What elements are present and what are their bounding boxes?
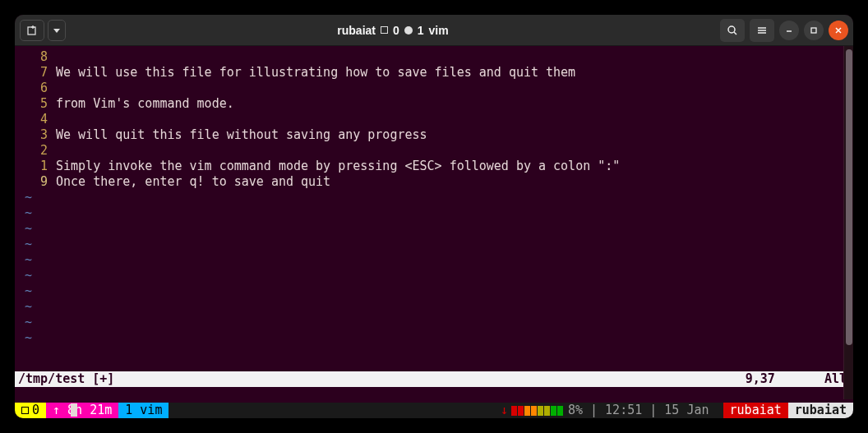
empty-line: .~ [20, 205, 848, 221]
line-text [56, 81, 848, 96]
hostname-right: rubaiat [795, 403, 847, 418]
editor-line: 6 [20, 81, 848, 96]
line-number: 1 [20, 159, 56, 174]
pane-glyph-icon [404, 26, 413, 35]
svg-rect-0 [28, 27, 35, 35]
clock-time: 12:51 [605, 403, 642, 418]
editor-line: 3We will quit this file without saving a… [20, 127, 848, 143]
line-number: 2 [20, 143, 56, 159]
tilde-icon: ~ [25, 283, 32, 298]
title-app: vim [429, 24, 449, 37]
tmux-session[interactable]: 0 [15, 403, 46, 418]
search-button[interactable] [720, 19, 745, 42]
editor-line: 8 [20, 49, 848, 65]
tilde-icon: ~ [25, 252, 32, 267]
svg-line-5 [734, 32, 736, 35]
line-number: 6 [20, 81, 56, 96]
empty-line: .~ [20, 283, 848, 299]
vim-cmdline[interactable]: :q! [15, 387, 853, 403]
line-number: 9 [20, 174, 56, 190]
tmux-session-id: 0 [32, 403, 39, 418]
menu-button[interactable] [750, 19, 774, 42]
empty-line: .~ [20, 299, 848, 315]
editor-line: 7We will use this file for illustrating … [20, 65, 848, 81]
svg-marker-3 [53, 29, 60, 33]
tilde-icon: ~ [25, 330, 32, 345]
editor-area[interactable]: 87We will use this file for illustrating… [15, 46, 853, 371]
line-text: We will use this file for illustrating h… [56, 65, 848, 81]
empty-line: .~ [20, 268, 848, 283]
line-number: 4 [20, 112, 56, 127]
svg-rect-10 [811, 28, 816, 33]
clock-date: 15 Jan [664, 403, 709, 418]
sep: | [642, 403, 664, 418]
title-user: rubaiat [337, 24, 376, 37]
status-cursor-pos: 9,37 [746, 371, 824, 387]
tmux-window[interactable]: 1 vim [118, 403, 169, 418]
empty-line: .~ [20, 330, 848, 346]
editor-line: 9Once there, enter q! to save and quit [20, 174, 848, 190]
tilde-icon: ~ [25, 268, 32, 283]
down-arrow-icon: ↓ [501, 403, 511, 418]
empty-line: .~ [20, 190, 848, 205]
line-text: Simply invoke the vim command mode by pr… [56, 159, 848, 174]
new-tab-button[interactable] [20, 20, 44, 41]
close-icon [834, 26, 843, 35]
editor-line: 5from Vim's command mode. [20, 96, 848, 112]
maximize-button[interactable] [804, 21, 824, 40]
maximize-icon [810, 26, 818, 35]
hostname-left: rubaiat [730, 403, 782, 418]
line-number: 5 [20, 96, 56, 112]
editor-line: 1Simply invoke the vim command mode by p… [20, 159, 848, 174]
box-icon [21, 407, 29, 414]
vim-statusline: /tmp/test [+] 9,37 All [15, 371, 853, 387]
empty-line: .~ [20, 252, 848, 268]
line-number: 8 [20, 49, 56, 65]
tmux-statusbar: 0 ↑ 8h 21m 1 vim ↓ 8% | 12:51 | 15 Jan r… [15, 403, 853, 418]
window-title: rubaiat 0 1 vim [66, 24, 720, 37]
scrollbar-thumb[interactable] [846, 49, 852, 345]
minimize-button[interactable] [779, 21, 799, 40]
editor-line: 2 [20, 143, 848, 159]
title-window-index: 0 [393, 24, 399, 37]
battery-icon [511, 406, 563, 416]
minimize-icon [785, 26, 793, 35]
line-text: We will quit this file without saving an… [56, 127, 848, 143]
svg-point-4 [728, 26, 735, 33]
up-arrow-icon: ↑ [53, 403, 67, 418]
line-number: 3 [20, 127, 56, 143]
tab-list-dropdown[interactable] [48, 20, 66, 41]
line-text [56, 112, 848, 127]
sep: | [583, 403, 605, 418]
tilde-icon: ~ [25, 190, 32, 205]
status-filename: /tmp/test [+] [18, 371, 746, 387]
tmux-window-label: 1 vim [125, 403, 162, 418]
terminal-window: rubaiat 0 1 vim 87We will use [15, 15, 853, 418]
line-text [56, 49, 848, 65]
tilde-icon: ~ [25, 205, 32, 220]
tmux-uptime: ↑ 8h 21m [46, 403, 118, 418]
tilde-icon: ~ [25, 315, 32, 329]
tmux-right: ↓ 8% | 12:51 | 15 Jan [494, 403, 723, 418]
title-pane-index: 1 [418, 24, 424, 37]
line-text: Once there, enter q! to save and quit [56, 174, 848, 190]
line-number: 7 [20, 65, 56, 81]
titlebar: rubaiat 0 1 vim [15, 15, 853, 46]
tilde-icon: ~ [25, 299, 32, 314]
window-glyph-icon [381, 26, 388, 34]
battery-percent: 8% [568, 403, 583, 418]
editor-line: 4 [20, 112, 848, 127]
hamburger-icon [756, 25, 768, 36]
tmux-host-white: rubaiat [788, 403, 853, 418]
empty-line: .~ [20, 237, 848, 252]
line-text: from Vim's command mode. [56, 96, 848, 112]
line-text [56, 143, 848, 159]
search-icon [727, 25, 738, 36]
empty-line: .~ [20, 315, 848, 330]
empty-line: .~ [20, 221, 848, 237]
scrollbar[interactable] [843, 46, 853, 399]
tmux-host-red: rubaiat [723, 403, 788, 418]
close-button[interactable] [829, 21, 848, 40]
tilde-icon: ~ [25, 237, 32, 251]
cmd-cursor [71, 403, 77, 417]
